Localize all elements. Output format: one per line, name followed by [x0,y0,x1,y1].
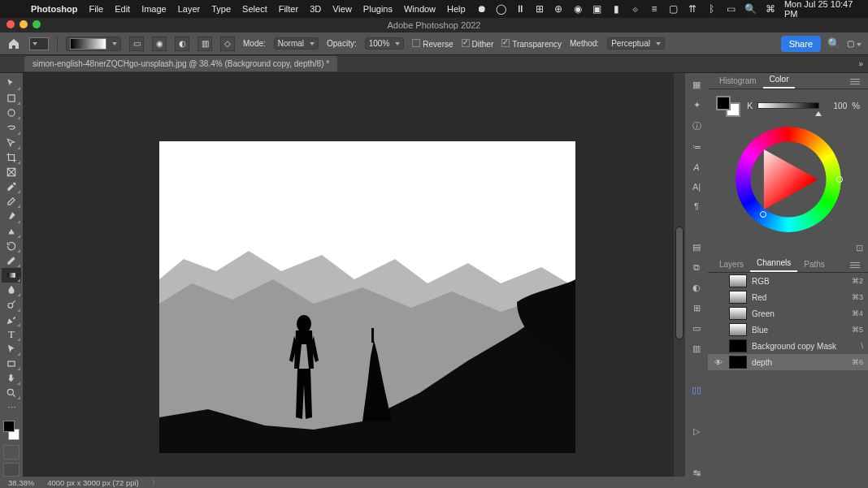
document-canvas[interactable] [159,141,575,453]
maximize-window-button[interactable] [33,20,41,28]
menu-help[interactable]: Help [447,4,466,14]
eraser-tool[interactable] [2,253,21,268]
document-tab[interactable]: simon-english-48nerZQCHgo-unsplash.jpg @… [24,56,337,71]
status-globe-icon[interactable]: ⊕ [553,3,564,15]
visibility-eye-icon[interactable]: 👁 [713,358,724,367]
dock-libraries-icon[interactable]: ▤ [688,242,705,253]
dock-brushes-icon[interactable]: ✦ [688,100,705,110]
quick-mask-mode-button[interactable] [3,445,20,459]
gradient-picker[interactable] [66,37,121,51]
dock-character-icon[interactable]: A [688,162,705,172]
type-tool[interactable]: T [2,327,21,342]
screen-mode-button[interactable] [3,463,20,477]
transparency-checkbox[interactable]: Transparency [501,39,562,49]
tool-preset-picker[interactable] [29,37,49,50]
menu-file[interactable]: File [89,4,103,14]
app-menu[interactable]: Photoshop [31,4,77,14]
color-panel-menu-icon[interactable] [850,77,863,89]
clone-stamp-tool[interactable] [2,224,21,239]
status-flyout-icon[interactable]: 〉 [152,478,158,487]
menu-window[interactable]: Window [404,4,436,14]
tab-histogram[interactable]: Histogram [713,73,763,89]
dock-actions-icon[interactable]: ▷ [688,426,705,437]
blend-mode-dropdown[interactable]: Normal [274,37,319,50]
reverse-checkbox[interactable]: Reverse [412,39,453,49]
document-dimensions[interactable]: 4000 px x 3000 px (72 ppi) [47,478,139,487]
dither-checkbox[interactable]: Dither [462,39,494,49]
expand-dock-icon[interactable]: » [858,55,863,72]
menu-type[interactable]: Type [211,4,231,14]
k-value[interactable]: 100 [824,101,847,110]
gradient-type-diamond[interactable]: ◇ [220,37,235,51]
edit-toolbar-button[interactable]: ⋯ [2,400,21,415]
minimize-window-button[interactable] [20,20,28,28]
tab-channels[interactable]: Channels [750,255,797,272]
brush-tool[interactable] [2,209,21,223]
status-battery-icon[interactable]: ▭ [726,3,736,15]
dock-history-icon[interactable]: ▥ [688,343,705,354]
dodge-tool[interactable] [2,297,21,312]
close-window-button[interactable] [7,20,15,28]
channel-row-blue[interactable]: Blue⌘5 [708,322,868,338]
vertical-scrollbar[interactable] [674,73,685,477]
eyedropper-tool[interactable] [2,179,21,194]
quick-select-tool[interactable] [2,136,21,150]
color-fgbg-swatch[interactable] [716,96,740,117]
method-dropdown[interactable]: Perceptual [607,37,665,50]
gradient-type-reflected[interactable]: ▥ [197,37,212,51]
menu-plugins[interactable]: Plugins [363,4,393,14]
dock-properties-icon[interactable]: ≔ [688,142,705,153]
share-button[interactable]: Share [781,36,821,52]
home-button[interactable] [7,37,21,51]
dock-clone-source-icon[interactable]: ⧉ [688,262,705,273]
channel-row-depth[interactable]: 👁depth⌘6 [708,354,868,370]
channel-row-mask[interactable]: Background copy Mask\ [708,338,868,354]
dock-info-icon[interactable]: ⓘ [688,120,705,132]
status-circle-icon[interactable]: ◯ [496,3,506,15]
pen-tool[interactable] [2,313,21,327]
gradient-type-radial[interactable]: ◉ [152,37,167,51]
status-pause-icon[interactable]: ⏸ [515,3,526,15]
channel-row-red[interactable]: Red⌘3 [708,289,868,305]
gradient-type-angle[interactable]: ◐ [175,37,189,51]
opacity-field[interactable]: 100% [365,37,405,50]
workspace-switcher-icon[interactable]: ▢ [847,39,861,48]
hand-tool[interactable] [2,371,21,386]
dock-paragraph-icon[interactable]: ¶ [688,201,705,211]
channel-row-green[interactable]: Green⌘4 [708,305,868,322]
status-window-icon[interactable]: ▣ [592,3,602,15]
status-record-icon[interactable]: ⏺ [477,3,488,15]
move-tool[interactable] [2,76,21,91]
dock-navigator-icon[interactable]: ▭ [688,323,705,334]
status-grid-icon[interactable]: ⊞ [535,3,545,15]
menu-3d[interactable]: 3D [310,4,321,14]
menu-image[interactable]: Image [141,4,167,14]
artboard-tool[interactable] [2,91,21,106]
status-cast-icon[interactable]: ⟐ [630,3,640,15]
status-spotlight-icon[interactable]: 🔍 [744,3,756,15]
status-bars-icon[interactable]: ≡ [649,3,660,15]
gradient-type-linear[interactable]: ▭ [129,37,144,51]
marquee-tool[interactable] [2,106,21,120]
status-wifi-icon[interactable]: ⇈ [688,3,698,15]
menu-select[interactable]: Select [242,4,267,14]
color-panel-options-icon[interactable]: ⊡ [856,243,863,253]
apple-menu-icon[interactable] [8,3,20,15]
menu-clock[interactable]: Mon Jul 25 10:47 PM [784,0,860,19]
status-bluetooth-icon[interactable]: ᛒ [706,3,717,15]
dock-styles-icon[interactable]: ⊞ [688,303,705,313]
menu-layer[interactable]: Layer [178,4,201,14]
status-camera-icon[interactable]: ◉ [573,3,584,15]
menu-view[interactable]: View [332,4,352,14]
path-select-tool[interactable] [2,342,21,356]
status-bookmark-icon[interactable]: ▮ [611,3,622,15]
canvas-area[interactable] [23,73,685,477]
healing-brush-tool[interactable] [2,194,21,209]
status-control-center-icon[interactable]: ⌘ [765,3,775,15]
color-wheel[interactable] [736,127,841,232]
zoom-level[interactable]: 38.38% [8,478,34,487]
dock-swatches-icon[interactable]: ▦ [688,80,705,90]
dock-adjustments-icon[interactable]: ◐ [688,283,705,293]
history-brush-tool[interactable] [2,239,21,253]
frame-tool[interactable] [2,165,21,179]
